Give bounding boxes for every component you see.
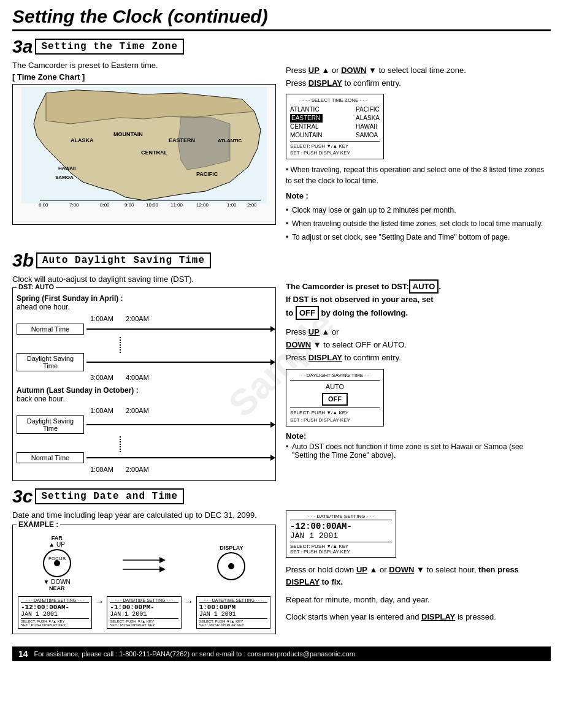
autumn-desc: back one hour. — [17, 395, 272, 403]
tz-central: CENTRAL — [290, 123, 323, 131]
tz-set-instruction: SET : PUSH DISPLAY KEY — [290, 150, 380, 156]
spring-bottom-time-1: 3:00AM — [90, 374, 113, 381]
tz-mountain: MOUNTAIN — [290, 131, 323, 140]
press-up-down-dst: Press UP or DOWN to select OFF or AUTO. … — [286, 326, 551, 364]
autumn-normal-time-row: Normal Time — [17, 452, 272, 463]
dst-off-box: OFF — [322, 393, 348, 406]
svg-text:SAMOA: SAMOA — [55, 175, 74, 180]
svg-marker-25 — [159, 566, 166, 572]
spring-times-bottom: 3:00AM 4:00AM — [90, 374, 272, 381]
preset-notice: The Camcorder is preset to DST:AUTO. If … — [286, 279, 551, 320]
tz-panel-header: - - - SELECT TIME ZONE - - - — [290, 97, 380, 104]
note-3a-1: Clock may lose or gain up to 2 minutes p… — [286, 205, 551, 216]
section-3a: 3a Setting the Time Zone The Camcorder i… — [12, 36, 551, 244]
svg-text:MOUNTAIN: MOUNTAIN — [113, 131, 143, 137]
tz-atlantic: ATLANTIC — [290, 105, 323, 114]
autumn-title: Autumn (Last Sunday in October) : — [17, 386, 272, 395]
arrow-right-2: → — [184, 596, 194, 607]
panel-2-header: - - - DATE/TIME SETTING - - - — [110, 598, 178, 603]
section-3a-description: The Camcorder is preset to Eastern time. — [12, 61, 276, 70]
section-3c-right: - - - DATE/TIME SETTING - - - -12:00:00A… — [286, 510, 551, 634]
dt-select: SELECT: PUSH ▼/▲ KEY — [290, 544, 392, 549]
dst-set-instruction: SET : PUSH DISPLAY KEY — [290, 417, 380, 423]
svg-text:HAWAII: HAWAII — [58, 165, 75, 171]
spring-normal-arrow — [86, 328, 272, 330]
svg-text:CENTRAL: CENTRAL — [141, 150, 167, 156]
autumn-dst-arrow — [86, 424, 272, 425]
section-3b: 3b Auto Daylight Saving Time Clock will … — [12, 250, 551, 481]
section-3c-description: Date and time including leap year are ca… — [12, 510, 276, 520]
right-dial-svg — [216, 551, 247, 582]
panel-1-header: - - - DATE/TIME SETTING - - - — [21, 598, 89, 603]
dst-panel: - - DAYLIGHT SAVING TIME - - AUTO OFF SE… — [286, 369, 384, 426]
section-3b-description: Clock will auto-adjust to daylight savin… — [12, 275, 276, 284]
spring-time-2: 2:00AM — [126, 315, 149, 322]
spring-dst-arrow — [86, 362, 272, 363]
section-3b-title: Auto Daylight Saving Time — [36, 252, 211, 268]
svg-text:PACIFIC: PACIFIC — [196, 171, 218, 177]
tz-left-col: ATLANTIC EASTERN CENTRAL MOUNTAIN — [290, 105, 323, 140]
section-3b-right: The Camcorder is preset to DST:AUTO. If … — [286, 275, 551, 481]
svg-text:2:00: 2:00 — [247, 202, 257, 208]
spring-title: Spring (First Sunday in April) : — [17, 294, 272, 303]
spring-time-1: 1:00AM — [90, 315, 113, 322]
dst-off-row: OFF — [290, 393, 380, 406]
dt-footer: SELECT: PUSH ▼/▲ KEY SET : PUSH DISPLAY … — [290, 542, 392, 555]
autumn-section: Autumn (Last Sunday in October) : back o… — [17, 386, 272, 473]
arrows-svg — [120, 551, 169, 575]
panel-3: - - - DATE/TIME SETTING - - - 1:00:00PM … — [196, 596, 270, 629]
time-zone-map: MOUNTAIN EASTERN CENTRAL ALASKA SAMOA HA… — [12, 84, 276, 225]
panel-1-time: -12:00:00AM- — [21, 604, 89, 611]
off-box: OFF — [296, 306, 319, 320]
dst-select-instruction: SELECT: PUSH ▼/▲ KEY — [290, 409, 380, 416]
dial-diagram: FAR ▲ UP FOCUS ▼ DOWN NEAR — [18, 535, 270, 591]
svg-text:10:00: 10:00 — [146, 202, 159, 208]
spring-desc: ahead one hour. — [17, 303, 272, 311]
note-3b-1: Auto DST does not function if time zone … — [286, 442, 551, 460]
spring-dst-label: Daylight Saving Time — [17, 353, 84, 371]
left-dial-group: FAR ▲ UP FOCUS ▼ DOWN NEAR — [42, 535, 72, 591]
autumn-dotted-line — [120, 436, 272, 452]
tz-samoa: SAMOA — [356, 131, 380, 140]
title-divider — [12, 29, 551, 31]
tz-hawaii: HAWAII — [356, 123, 380, 131]
panel-2-footer: SELECT: PUSH ▼/▲ KEY SET : PUSH DISPLAY … — [110, 618, 178, 627]
panel-1-footer: SELECT: PUSH ▼/▲ KEY SET : PUSH DISPLAY … — [21, 618, 89, 627]
svg-text:8:00: 8:00 — [100, 202, 110, 208]
page-footer: 14 For assistance, please call : 1-800-2… — [12, 646, 551, 661]
auto-box: AUTO — [409, 279, 439, 294]
section-3c-title: Setting Date and Time — [35, 488, 184, 504]
tz-display-panel: - - - SELECT TIME ZONE - - - ATLANTIC EA… — [286, 94, 384, 160]
svg-point-21 — [54, 560, 60, 566]
panel-2: - - - DATE/TIME SETTING - - - -1:00:00PM… — [107, 596, 181, 629]
page-title: Setting the Clock (continued) — [12, 6, 551, 27]
spring-diagram: 1:00AM 2:00AM Normal Time Daylight Savin… — [17, 315, 272, 381]
display-label: DISPLAY — [220, 545, 243, 551]
tz-right-col: PACIFIC ALASKA HAWAII SAMOA — [356, 105, 380, 140]
note-3a-2: When traveling outside the listed time z… — [286, 218, 551, 230]
datetime-display: - - - DATE/TIME SETTING - - - -12:00:00A… — [286, 510, 396, 558]
autumn-normal-arrow — [86, 457, 272, 458]
page-number: 14 — [18, 649, 28, 659]
panel-2-date: JAN 1 2001 — [110, 611, 178, 618]
left-dial-svg: FOCUS — [42, 548, 72, 578]
autumn-dst-label: Daylight Saving Time — [17, 415, 84, 434]
dst-auto-box: DST: AUTO Spring (First Sunday in April)… — [12, 287, 276, 481]
example-title: EXAMPLE : — [17, 520, 60, 529]
panel-3-date: JAN 1 2001 — [199, 611, 267, 618]
panel-2-time: -1:00:00PM- — [110, 604, 178, 611]
spring-section: Spring (First Sunday in April) : ahead o… — [17, 294, 272, 381]
tz-alaska: ALASKA — [356, 114, 380, 123]
section-3a-notes: Note : Clock may lose or gain up to 2 mi… — [286, 190, 551, 243]
section-3c-number: 3c — [12, 486, 33, 507]
panel-1-date: JAN 1 2001 — [21, 611, 89, 618]
section-3a-left: The Camcorder is preset to Eastern time.… — [12, 61, 276, 244]
example-panels: - - - DATE/TIME SETTING - - - -12:00:00A… — [18, 596, 270, 629]
section-3c-header: 3c Setting Date and Time — [12, 486, 551, 507]
autumn-diagram: 1:00AM 2:00AM Daylight Saving Time Norma… — [17, 407, 272, 473]
svg-text:EASTERN: EASTERN — [169, 137, 195, 143]
tz-eastern: EASTERN — [290, 114, 323, 123]
autumn-time-2: 2:00AM — [126, 407, 149, 414]
autumn-dst-time-row: Daylight Saving Time — [17, 415, 272, 434]
down-label: ▼ DOWN — [43, 578, 70, 585]
